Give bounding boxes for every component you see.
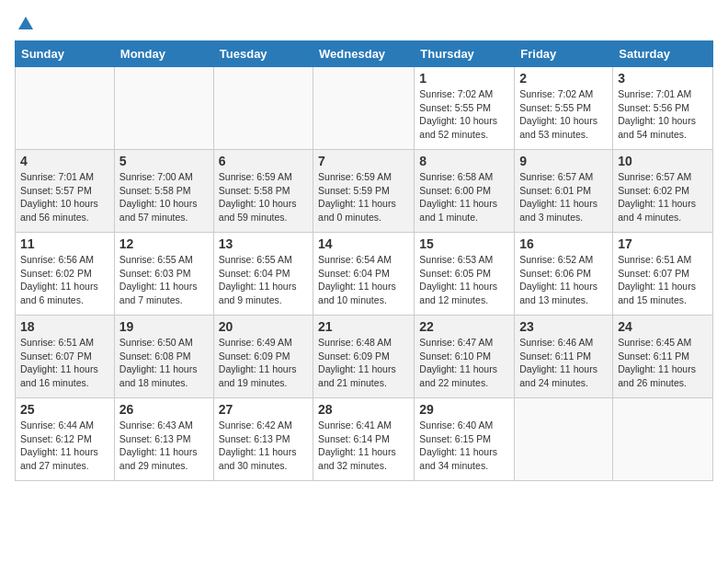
day-info: Sunrise: 6:51 AMSunset: 6:07 PMDaylight:… [618, 253, 708, 307]
day-info: Sunrise: 6:58 AMSunset: 6:00 PMDaylight:… [419, 170, 509, 224]
calendar: SundayMondayTuesdayWednesdayThursdayFrid… [15, 40, 713, 481]
day-info: Sunrise: 6:40 AMSunset: 6:15 PMDaylight:… [419, 419, 509, 473]
day-info: Sunrise: 7:00 AMSunset: 5:58 PMDaylight:… [119, 170, 209, 224]
day-number: 9 [519, 154, 608, 168]
day-number: 15 [419, 236, 509, 251]
day-number: 19 [119, 319, 209, 334]
day-info: Sunrise: 7:02 AMSunset: 5:55 PMDaylight:… [419, 87, 509, 142]
day-info: Sunrise: 6:46 AMSunset: 6:11 PMDaylight:… [519, 336, 608, 390]
header-thursday: Thursday [415, 41, 515, 67]
calendar-week-row: 18Sunrise: 6:51 AMSunset: 6:07 PMDayligh… [16, 316, 713, 398]
calendar-cell: 16Sunrise: 6:52 AMSunset: 6:06 PMDayligh… [515, 233, 613, 316]
calendar-cell: 26Sunrise: 6:43 AMSunset: 6:13 PMDayligh… [114, 398, 213, 481]
header-saturday: Saturday [613, 41, 713, 67]
header-sunday: Sunday [16, 41, 115, 67]
day-number: 6 [219, 154, 308, 168]
day-number: 12 [119, 236, 209, 251]
day-info: Sunrise: 6:48 AMSunset: 6:09 PMDaylight:… [318, 336, 409, 390]
day-number: 18 [20, 319, 109, 334]
calendar-cell: 19Sunrise: 6:50 AMSunset: 6:08 PMDayligh… [114, 316, 213, 398]
day-number: 3 [618, 71, 708, 86]
logo-icon [17, 15, 35, 33]
day-number: 26 [119, 402, 209, 417]
day-number: 23 [519, 319, 608, 334]
day-number: 27 [219, 402, 308, 417]
day-info: Sunrise: 6:53 AMSunset: 6:05 PMDaylight:… [419, 253, 509, 307]
day-info: Sunrise: 6:57 AMSunset: 6:01 PMDaylight:… [519, 170, 608, 224]
calendar-header-row: SundayMondayTuesdayWednesdayThursdayFrid… [16, 41, 713, 67]
calendar-cell: 10Sunrise: 6:57 AMSunset: 6:02 PMDayligh… [613, 150, 713, 233]
day-number: 17 [618, 236, 708, 251]
day-number: 25 [20, 402, 109, 417]
day-number: 7 [318, 154, 409, 168]
calendar-cell: 24Sunrise: 6:45 AMSunset: 6:11 PMDayligh… [613, 316, 713, 398]
calendar-cell: 18Sunrise: 6:51 AMSunset: 6:07 PMDayligh… [16, 316, 115, 398]
day-info: Sunrise: 6:50 AMSunset: 6:08 PMDaylight:… [119, 336, 209, 390]
calendar-week-row: 1Sunrise: 7:02 AMSunset: 5:55 PMDaylight… [16, 67, 713, 150]
header-tuesday: Tuesday [213, 41, 313, 67]
calendar-cell: 12Sunrise: 6:55 AMSunset: 6:03 PMDayligh… [114, 233, 213, 316]
day-info: Sunrise: 6:52 AMSunset: 6:06 PMDaylight:… [519, 253, 608, 307]
calendar-cell: 22Sunrise: 6:47 AMSunset: 6:10 PMDayligh… [415, 316, 515, 398]
day-number: 4 [20, 154, 109, 168]
day-number: 13 [219, 236, 308, 251]
header [15, 15, 713, 33]
calendar-cell: 5Sunrise: 7:00 AMSunset: 5:58 PMDaylight… [114, 150, 213, 233]
logo [15, 15, 35, 33]
day-info: Sunrise: 6:42 AMSunset: 6:13 PMDaylight:… [219, 419, 308, 473]
calendar-cell: 11Sunrise: 6:56 AMSunset: 6:02 PMDayligh… [16, 233, 115, 316]
header-monday: Monday [114, 41, 213, 67]
day-info: Sunrise: 6:47 AMSunset: 6:10 PMDaylight:… [419, 336, 509, 390]
day-info: Sunrise: 6:55 AMSunset: 6:03 PMDaylight:… [119, 253, 209, 307]
day-number: 29 [419, 402, 509, 417]
day-info: Sunrise: 6:55 AMSunset: 6:04 PMDaylight:… [219, 253, 308, 307]
day-info: Sunrise: 6:59 AMSunset: 5:58 PMDaylight:… [219, 170, 308, 224]
day-number: 2 [519, 71, 608, 86]
day-number: 16 [519, 236, 608, 251]
day-info: Sunrise: 6:44 AMSunset: 6:12 PMDaylight:… [20, 419, 109, 473]
calendar-cell [515, 398, 613, 481]
day-info: Sunrise: 6:56 AMSunset: 6:02 PMDaylight:… [20, 253, 109, 307]
calendar-week-row: 25Sunrise: 6:44 AMSunset: 6:12 PMDayligh… [16, 398, 713, 481]
calendar-cell: 28Sunrise: 6:41 AMSunset: 6:14 PMDayligh… [313, 398, 415, 481]
day-info: Sunrise: 6:43 AMSunset: 6:13 PMDaylight:… [119, 419, 209, 473]
calendar-week-row: 4Sunrise: 7:01 AMSunset: 5:57 PMDaylight… [16, 150, 713, 233]
day-info: Sunrise: 7:01 AMSunset: 5:57 PMDaylight:… [20, 170, 109, 224]
calendar-cell: 17Sunrise: 6:51 AMSunset: 6:07 PMDayligh… [613, 233, 713, 316]
day-number: 28 [318, 402, 409, 417]
day-info: Sunrise: 6:54 AMSunset: 6:04 PMDaylight:… [318, 253, 409, 307]
header-wednesday: Wednesday [313, 41, 415, 67]
calendar-cell [114, 67, 213, 150]
calendar-cell: 25Sunrise: 6:44 AMSunset: 6:12 PMDayligh… [16, 398, 115, 481]
calendar-cell: 9Sunrise: 6:57 AMSunset: 6:01 PMDaylight… [515, 150, 613, 233]
day-number: 14 [318, 236, 409, 251]
day-info: Sunrise: 6:45 AMSunset: 6:11 PMDaylight:… [618, 336, 708, 390]
day-number: 1 [419, 71, 509, 86]
day-info: Sunrise: 7:01 AMSunset: 5:56 PMDaylight:… [618, 87, 708, 142]
calendar-week-row: 11Sunrise: 6:56 AMSunset: 6:02 PMDayligh… [16, 233, 713, 316]
day-info: Sunrise: 6:51 AMSunset: 6:07 PMDaylight:… [20, 336, 109, 390]
calendar-cell: 13Sunrise: 6:55 AMSunset: 6:04 PMDayligh… [213, 233, 313, 316]
day-info: Sunrise: 6:41 AMSunset: 6:14 PMDaylight:… [318, 419, 409, 473]
day-info: Sunrise: 6:59 AMSunset: 5:59 PMDaylight:… [318, 170, 409, 224]
calendar-cell: 15Sunrise: 6:53 AMSunset: 6:05 PMDayligh… [415, 233, 515, 316]
calendar-cell: 23Sunrise: 6:46 AMSunset: 6:11 PMDayligh… [515, 316, 613, 398]
day-number: 22 [419, 319, 509, 334]
calendar-cell: 20Sunrise: 6:49 AMSunset: 6:09 PMDayligh… [213, 316, 313, 398]
day-info: Sunrise: 7:02 AMSunset: 5:55 PMDaylight:… [519, 87, 608, 142]
calendar-cell: 1Sunrise: 7:02 AMSunset: 5:55 PMDaylight… [415, 67, 515, 150]
svg-marker-0 [18, 17, 33, 29]
calendar-cell: 3Sunrise: 7:01 AMSunset: 5:56 PMDaylight… [613, 67, 713, 150]
day-number: 24 [618, 319, 708, 334]
day-number: 8 [419, 154, 509, 168]
calendar-cell: 2Sunrise: 7:02 AMSunset: 5:55 PMDaylight… [515, 67, 613, 150]
calendar-cell: 29Sunrise: 6:40 AMSunset: 6:15 PMDayligh… [415, 398, 515, 481]
day-number: 10 [618, 154, 708, 168]
calendar-cell: 27Sunrise: 6:42 AMSunset: 6:13 PMDayligh… [213, 398, 313, 481]
day-info: Sunrise: 6:49 AMSunset: 6:09 PMDaylight:… [219, 336, 308, 390]
calendar-cell: 8Sunrise: 6:58 AMSunset: 6:00 PMDaylight… [415, 150, 515, 233]
day-number: 21 [318, 319, 409, 334]
day-number: 20 [219, 319, 308, 334]
calendar-cell [16, 67, 115, 150]
day-info: Sunrise: 6:57 AMSunset: 6:02 PMDaylight:… [618, 170, 708, 224]
